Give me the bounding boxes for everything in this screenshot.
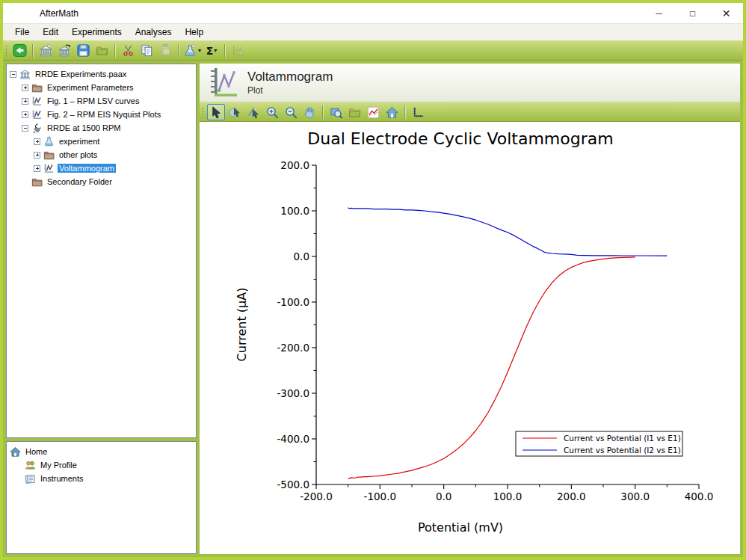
content-subtitle: Plot bbox=[247, 85, 333, 96]
chart-title: Dual Electrode Cyclic Voltammogram bbox=[307, 129, 613, 148]
paste-button bbox=[156, 43, 174, 59]
copy-button[interactable] bbox=[138, 43, 155, 59]
expand-plus-icon[interactable] bbox=[34, 152, 40, 159]
zoom-out-button[interactable] bbox=[282, 104, 300, 120]
left-sidebar: RRDE Experiments.paaxExperiment Paramete… bbox=[6, 64, 197, 554]
tree-item-fig-1-rpm-lsv-curves[interactable]: Fig. 1 – RPM LSV curves bbox=[7, 94, 196, 108]
collapse-minus-icon[interactable] bbox=[22, 125, 28, 132]
x-tick-label: 0.0 bbox=[436, 490, 451, 502]
content-header: Voltammogram Plot bbox=[200, 64, 740, 102]
x-axis-label: Potential (mV) bbox=[418, 520, 503, 535]
archive-open-icon bbox=[58, 43, 72, 58]
y-tick-label: -200.0 bbox=[277, 342, 309, 354]
save-button[interactable] bbox=[74, 43, 92, 59]
plot-icon bbox=[31, 96, 43, 107]
content-title: Voltammogram bbox=[247, 70, 333, 84]
tree-item-home[interactable]: Home bbox=[7, 445, 196, 458]
new-experiment-button[interactable]: ▾ bbox=[182, 43, 202, 59]
content-area: Voltammogram Plot Dual Electrode Cyclic … bbox=[200, 64, 740, 554]
folder-icon bbox=[31, 82, 43, 93]
point-select-button[interactable] bbox=[226, 104, 244, 120]
legend-entry-label: Current vs Potential (I2 vs E1) bbox=[564, 446, 681, 455]
y-tick-label: 0.0 bbox=[294, 250, 309, 262]
cut-button[interactable] bbox=[119, 43, 137, 59]
window-title: AfterMath bbox=[3, 8, 78, 19]
export-folder-button[interactable] bbox=[93, 43, 111, 59]
save-icon bbox=[76, 43, 90, 58]
x-tick-label: 100.0 bbox=[493, 490, 522, 502]
tree-item-label: other plots bbox=[58, 150, 99, 159]
title-bar: AfterMath ─ □ ✕ bbox=[3, 3, 743, 23]
toolbar-separator bbox=[114, 44, 115, 58]
close-button[interactable]: ✕ bbox=[709, 3, 743, 23]
new-experiment-icon bbox=[183, 43, 197, 58]
tree-item-label: Fig. 2 – RPM EIS Nyquist Plots bbox=[46, 110, 162, 119]
maximize-button[interactable]: □ bbox=[676, 3, 709, 23]
edit-plot-button[interactable] bbox=[364, 104, 382, 120]
expand-plus-icon[interactable] bbox=[22, 84, 28, 91]
tree-item-other-plots[interactable]: other plots bbox=[7, 148, 196, 161]
menu-item-analyses[interactable]: Analyses bbox=[129, 25, 179, 40]
analysis-sigma-icon: Σ bbox=[206, 45, 214, 57]
x-tick-label: -100.0 bbox=[364, 490, 397, 502]
expand-plus-icon[interactable] bbox=[34, 165, 40, 172]
window-controls: ─ □ ✕ bbox=[642, 3, 743, 23]
tree-item-experiment-parameters[interactable]: Experiment Parameters bbox=[7, 81, 196, 94]
menu-item-help[interactable]: Help bbox=[178, 25, 210, 40]
back-button[interactable] bbox=[10, 43, 28, 59]
export-folder-button[interactable] bbox=[345, 104, 363, 120]
profile-icon bbox=[25, 460, 36, 471]
plot-panel: Dual Electrode Cyclic Voltammogram200.01… bbox=[200, 122, 740, 554]
cut-icon bbox=[121, 43, 135, 58]
analysis-sigma-button[interactable]: Σ▾ bbox=[203, 43, 221, 59]
point-select-icon bbox=[228, 105, 242, 120]
select-arrow-button[interactable] bbox=[207, 104, 225, 120]
y-tick-label: -300.0 bbox=[277, 387, 309, 399]
tree-item-label: Fig. 1 – RPM LSV curves bbox=[46, 96, 141, 105]
main-toolbar: ▾Σ▾ bbox=[3, 40, 743, 61]
tree-item-rrde-at-1500-rpm[interactable]: RRDE at 1500 RPM bbox=[7, 121, 196, 135]
menu-item-experiments[interactable]: Experiments bbox=[65, 25, 129, 40]
toolbar-separator bbox=[224, 44, 225, 58]
tree-item-experiment[interactable]: experiment bbox=[7, 135, 196, 148]
folder-icon bbox=[43, 150, 55, 161]
tree-item-label: Secondary Folder bbox=[46, 177, 114, 186]
tree-item-fig-2-rpm-eis-nyquist-plots[interactable]: Fig. 2 – RPM EIS Nyquist Plots bbox=[7, 108, 196, 121]
plot-toolbar bbox=[200, 102, 740, 122]
home-view-icon bbox=[385, 105, 399, 120]
edit-plot-icon bbox=[366, 105, 380, 120]
tree-item-label: Instruments bbox=[39, 474, 84, 483]
tree-item-instruments[interactable]: Instruments bbox=[7, 472, 196, 485]
toolbar-separator bbox=[178, 44, 179, 58]
axes-scale-icon bbox=[411, 105, 425, 120]
tree-item-label: Experiment Parameters bbox=[46, 83, 135, 92]
home-view-button[interactable] bbox=[383, 104, 401, 120]
minimize-button[interactable]: ─ bbox=[642, 3, 676, 23]
pan-hand-icon bbox=[303, 105, 317, 120]
menu-item-edit[interactable]: Edit bbox=[36, 25, 65, 40]
expand-plus-icon[interactable] bbox=[22, 111, 28, 118]
pan-hand-button[interactable] bbox=[300, 104, 318, 120]
legend-entry-label: Current vs Potential (I1 vs E1) bbox=[564, 434, 681, 443]
dropdown-arrow-icon[interactable]: ▾ bbox=[214, 48, 217, 54]
x-tick-label: 400.0 bbox=[685, 490, 714, 502]
tree-item-my-profile[interactable]: My Profile bbox=[7, 458, 196, 472]
archive-open-button[interactable] bbox=[55, 43, 73, 59]
paste-icon bbox=[158, 43, 173, 58]
menu-item-file[interactable]: File bbox=[8, 25, 36, 40]
segment-select-button[interactable] bbox=[244, 104, 262, 120]
collapse-minus-icon[interactable] bbox=[10, 71, 16, 78]
tree-item-label: RRDE at 1500 RPM bbox=[46, 123, 122, 132]
expand-plus-icon[interactable] bbox=[34, 138, 40, 145]
tree-item-voltammogram[interactable]: Voltammogram bbox=[7, 161, 196, 175]
export-folder-icon bbox=[348, 105, 362, 120]
zoom-region-button[interactable] bbox=[327, 104, 345, 120]
expand-plus-icon[interactable] bbox=[22, 98, 28, 105]
tree-item-rrde-experiments-paax[interactable]: RRDE Experiments.paax bbox=[7, 67, 196, 81]
axes-scale-button[interactable] bbox=[409, 104, 427, 120]
dropdown-arrow-icon[interactable]: ▾ bbox=[198, 48, 201, 54]
tree-item-secondary-folder[interactable]: Secondary Folder bbox=[7, 175, 196, 188]
zoom-in-button[interactable] bbox=[263, 104, 281, 120]
archive-new-button[interactable] bbox=[37, 43, 55, 59]
archive-icon bbox=[19, 69, 31, 80]
